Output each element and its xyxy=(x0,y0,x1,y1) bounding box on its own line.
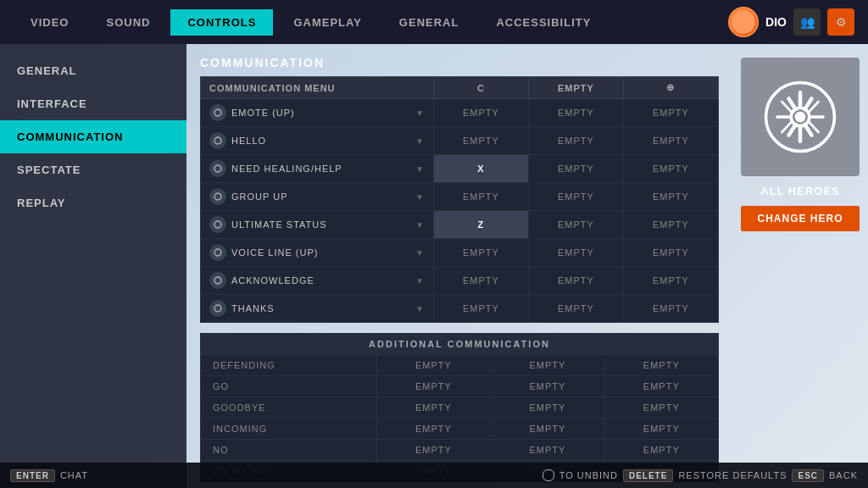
row-label-3: GROUP UP xyxy=(231,191,287,202)
additional-comm-header: ADDITIONAL COMMUNICATION xyxy=(201,334,719,355)
comm-key3-1[interactable]: EMPTY xyxy=(623,127,718,155)
dropdown-arrow-6: ▼ xyxy=(415,276,425,286)
add-comm-key1-4[interactable]: EMPTY xyxy=(376,440,490,461)
main-content: GENERAL INTERFACE COMMUNICATION SPECTATE… xyxy=(0,44,868,488)
add-comm-row-0: DEFENDINGEMPTYEMPTYEMPTY xyxy=(201,355,719,376)
comm-key3-7[interactable]: EMPTY xyxy=(623,295,718,323)
add-comm-key2-4[interactable]: EMPTY xyxy=(491,440,604,461)
tab-sound[interactable]: SOUND xyxy=(89,9,167,36)
overwatch-logo xyxy=(762,79,838,155)
comm-row-3: GROUP UP ▼ EMPTYEMPTYEMPTY xyxy=(201,183,719,211)
sidebar: GENERAL INTERFACE COMMUNICATION SPECTATE… xyxy=(0,44,186,488)
row-icon-2 xyxy=(209,160,226,177)
comm-key2-6[interactable]: EMPTY xyxy=(528,267,623,295)
to-unbind-label: TO UNBIND xyxy=(559,470,618,480)
col-action-header: COMMUNICATION MENU xyxy=(201,77,434,99)
overwatch-icon[interactable]: ⚙ xyxy=(827,8,854,36)
back-label: BACK xyxy=(829,470,858,480)
comm-key3-3[interactable]: EMPTY xyxy=(623,183,718,211)
center-content: COMMUNICATION COMMUNICATION MENU C EMPTY… xyxy=(186,44,732,488)
comm-key2-1[interactable]: EMPTY xyxy=(528,127,623,155)
tab-controls[interactable]: CONTROLS xyxy=(170,9,273,36)
nav-right: DIO 👥 ⚙ xyxy=(728,7,854,37)
row-icon-1 xyxy=(209,132,226,149)
row-label-0: EMOTE (UP) xyxy=(231,108,295,118)
comm-key1-6[interactable]: EMPTY xyxy=(433,267,528,295)
row-label-6: ACKNOWLEDGE xyxy=(231,275,314,286)
comm-action-4[interactable]: ULTIMATE STATUS ▼ xyxy=(201,211,434,239)
add-comm-key3-3[interactable]: EMPTY xyxy=(604,419,718,440)
comm-action-5[interactable]: VOICE LINE (UP) ▼ xyxy=(201,239,434,267)
comm-key2-4[interactable]: EMPTY xyxy=(528,211,623,239)
add-comm-key1-3[interactable]: EMPTY xyxy=(376,419,490,440)
add-comm-key1-1[interactable]: EMPTY xyxy=(376,376,490,397)
row-label-4: ULTIMATE STATUS xyxy=(231,219,327,230)
comm-key3-2[interactable]: EMPTY xyxy=(623,155,718,183)
mouse-icon xyxy=(542,469,554,481)
comm-key1-1[interactable]: EMPTY xyxy=(433,127,528,155)
comm-key3-5[interactable]: EMPTY xyxy=(623,239,718,267)
sidebar-item-spectate[interactable]: SPECTATE xyxy=(0,153,186,186)
comm-key3-0[interactable]: EMPTY xyxy=(623,99,718,127)
dropdown-arrow-4: ▼ xyxy=(415,220,425,230)
add-comm-action-2[interactable]: GOODBYE xyxy=(201,397,377,419)
col2-header: EMPTY xyxy=(528,77,623,99)
tab-video[interactable]: VIDEO xyxy=(14,9,86,36)
sidebar-item-communication[interactable]: COMMUNICATION xyxy=(0,120,186,153)
comm-key3-6[interactable]: EMPTY xyxy=(623,267,718,295)
add-comm-key2-0[interactable]: EMPTY xyxy=(491,355,604,376)
add-comm-row-3: INCOMINGEMPTYEMPTYEMPTY xyxy=(201,419,719,440)
add-comm-key1-0[interactable]: EMPTY xyxy=(376,355,490,376)
svg-point-4 xyxy=(214,221,221,228)
add-comm-action-4[interactable]: NO xyxy=(201,440,377,461)
comm-key2-0[interactable]: EMPTY xyxy=(528,99,623,127)
row-icon-3 xyxy=(209,188,226,205)
friends-icon[interactable]: 👥 xyxy=(793,8,821,36)
tab-accessibility[interactable]: ACCESSIBILITY xyxy=(479,9,608,36)
add-comm-key2-3[interactable]: EMPTY xyxy=(491,419,604,440)
comm-key2-2[interactable]: EMPTY xyxy=(528,155,623,183)
comm-row-0: EMOTE (UP) ▼ EMPTYEMPTYEMPTY xyxy=(201,99,719,127)
change-hero-button[interactable]: CHANGE HERO xyxy=(741,206,860,231)
dropdown-arrow-3: ▼ xyxy=(415,192,425,202)
svg-point-7 xyxy=(214,305,221,312)
bottom-bar: ENTER CHAT TO UNBIND DELETE RESTORE DEFA… xyxy=(0,463,868,488)
col1-header: C xyxy=(433,77,528,99)
add-comm-key3-4[interactable]: EMPTY xyxy=(604,440,718,461)
row-icon-0 xyxy=(209,104,226,121)
add-comm-key3-1[interactable]: EMPTY xyxy=(604,376,718,397)
tab-gameplay[interactable]: GAMEPLAY xyxy=(276,9,378,36)
comm-key2-7[interactable]: EMPTY xyxy=(528,295,623,323)
comm-action-3[interactable]: GROUP UP ▼ xyxy=(201,183,434,211)
row-icon-7 xyxy=(209,300,226,317)
comm-action-1[interactable]: HELLO ▼ xyxy=(201,127,434,155)
add-comm-key3-0[interactable]: EMPTY xyxy=(604,355,718,376)
add-comm-action-0[interactable]: DEFENDING xyxy=(201,355,377,376)
comm-key1-2[interactable]: X xyxy=(433,155,528,183)
comm-action-7[interactable]: THANKS ▼ xyxy=(201,295,434,323)
comm-key1-7[interactable]: EMPTY xyxy=(433,295,528,323)
add-comm-key1-2[interactable]: EMPTY xyxy=(376,397,490,419)
comm-action-2[interactable]: NEED HEALING/HELP ▼ xyxy=(201,155,434,183)
add-comm-key2-2[interactable]: EMPTY xyxy=(491,397,604,419)
comm-key1-5[interactable]: EMPTY xyxy=(433,239,528,267)
comm-key1-4[interactable]: Z xyxy=(433,211,528,239)
comm-key2-5[interactable]: EMPTY xyxy=(528,239,623,267)
sidebar-item-general[interactable]: GENERAL xyxy=(0,54,186,87)
comm-action-6[interactable]: ACKNOWLEDGE ▼ xyxy=(201,267,434,295)
add-comm-action-1[interactable]: GO xyxy=(201,376,377,397)
add-comm-key2-1[interactable]: EMPTY xyxy=(491,376,604,397)
row-label-7: THANKS xyxy=(231,303,275,313)
comm-key1-3[interactable]: EMPTY xyxy=(433,183,528,211)
comm-key1-0[interactable]: EMPTY xyxy=(433,99,528,127)
sidebar-item-replay[interactable]: REPLAY xyxy=(0,186,186,219)
add-comm-action-3[interactable]: INCOMING xyxy=(201,419,377,440)
add-comm-key3-2[interactable]: EMPTY xyxy=(604,397,718,419)
communication-title: COMMUNICATION xyxy=(200,56,719,69)
right-panel: ALL HEROES CHANGE HERO xyxy=(732,44,868,488)
sidebar-item-interface[interactable]: INTERFACE xyxy=(0,87,186,120)
comm-action-0[interactable]: EMOTE (UP) ▼ xyxy=(201,99,434,127)
comm-key2-3[interactable]: EMPTY xyxy=(528,183,623,211)
tab-general[interactable]: GENERAL xyxy=(382,9,476,36)
comm-key3-4[interactable]: EMPTY xyxy=(623,211,718,239)
